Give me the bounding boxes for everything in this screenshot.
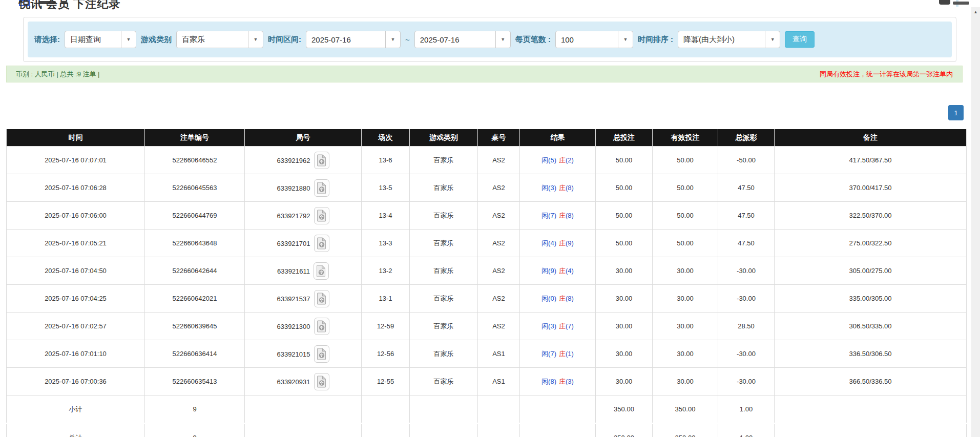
session-cell: 13-1 (362, 285, 410, 313)
date-to-select[interactable]: 2025-07-16 ▼ (414, 31, 511, 48)
vertical-scrollbar[interactable]: ▲ (971, 7, 980, 437)
video-replay-icon[interactable] (314, 373, 329, 390)
time-cell: 2025-07-16 07:05:21 (7, 230, 145, 257)
game-type-cell: 百家乐 (410, 313, 478, 340)
col-header-total-bet: 总投注 (596, 129, 653, 147)
total-bet-link[interactable]: 30.00 (596, 368, 653, 396)
game-type-select[interactable]: 百家乐 ▼ (176, 31, 263, 48)
page-size-select[interactable]: 100 ▼ (555, 31, 633, 48)
player-result: 闲(0) (541, 295, 556, 302)
banker-label: 庄 (559, 156, 566, 164)
currency-total-text: 币别 : 人民币 | 总共 :9 注单 | (16, 70, 100, 79)
search-button[interactable]: 查询 (785, 31, 815, 48)
session-cell: 13-4 (362, 202, 410, 230)
session-cell: 12-59 (362, 313, 410, 340)
chevron-down-icon: ▼ (765, 31, 780, 48)
pagination: 1 (948, 105, 964, 120)
banker-result: (8) (566, 184, 574, 192)
table-row: 2025-07-16 07:07:01 522660646552 6339219… (7, 147, 967, 174)
table-footer: 小计 9 350.00 350.00 1.00 总计 9 350.00 350.… (7, 396, 967, 437)
date-from-value: 2025-07-16 (306, 35, 385, 44)
col-header-payout: 总派彩 (718, 129, 775, 147)
total-bet-link[interactable]: 30.00 (596, 313, 653, 340)
round-id: 633921300 (277, 322, 310, 330)
summary-valid-bet: 350.00 (653, 424, 718, 437)
total-bet-link[interactable]: 30.00 (596, 257, 653, 285)
result-cell: 闲(0)庄(8) (520, 285, 596, 313)
round-id: 633920931 (277, 378, 310, 385)
filter-panel: 请选择: 日期查询 ▼ 游戏类别 百家乐 ▼ 时间区间: 2025-07-16 … (23, 17, 956, 62)
valid-bet-cell: 50.00 (653, 174, 718, 202)
player-result: 闲(7) (541, 212, 556, 219)
chevron-down-icon: ▼ (495, 31, 510, 48)
summary-bar: 币别 : 人民币 | 总共 :9 注单 | 同局有效投注，统一计算在该局第一张注… (6, 66, 963, 82)
session-cell: 13-6 (362, 147, 410, 174)
time-cell: 2025-07-16 07:00:36 (7, 368, 145, 396)
round-id: 633921701 (277, 239, 310, 247)
total-bet-link[interactable]: 50.00 (596, 174, 653, 202)
scroll-up-arrow-icon[interactable]: ▲ (971, 7, 980, 16)
table-row: 2025-07-16 07:00:36 522660635413 6339209… (7, 368, 967, 396)
sort-select[interactable]: 降冪(由大到小) ▼ (678, 31, 780, 48)
payout-cell: -30.00 (718, 257, 775, 285)
total-bet-link[interactable]: 30.00 (596, 285, 653, 313)
video-replay-icon[interactable] (314, 152, 329, 169)
table-no-cell: AS1 (478, 340, 520, 368)
chevron-down-icon: ▼ (248, 31, 263, 48)
date-from-select[interactable]: 2025-07-16 ▼ (306, 31, 401, 48)
banker-result: (1) (566, 350, 574, 358)
page-size-label: 每页笔数 : (515, 35, 551, 45)
table-no-cell: AS2 (478, 257, 520, 285)
summary-payout: 1.00 (718, 396, 775, 424)
video-replay-icon[interactable] (314, 179, 329, 197)
table-row: 2025-07-16 07:02:57 522660639645 6339213… (7, 313, 967, 340)
banker-label: 庄 (559, 212, 566, 219)
total-bet-link[interactable]: 30.00 (596, 340, 653, 368)
valid-bet-cell: 30.00 (653, 313, 718, 340)
total-bet-link[interactable]: 50.00 (596, 230, 653, 257)
page-button-1[interactable]: 1 (948, 105, 964, 120)
player-result: 闲(9) (541, 267, 556, 275)
result-cell: 闲(8)庄(3) (520, 368, 596, 396)
game-type-cell: 百家乐 (410, 230, 478, 257)
query-type-select[interactable]: 日期查询 ▼ (65, 31, 136, 48)
page: 悦讯 会员 下注纪录 请选择: 日期查询 ▼ 游戏类别 百家乐 ▼ 时间区间: … (0, 0, 980, 437)
col-header-game-type: 游戏类别 (410, 129, 478, 147)
summary-valid-bet: 350.00 (653, 396, 718, 424)
col-header-remark: 备注 (775, 129, 967, 147)
bet-id-cell: 522660639645 (145, 313, 245, 340)
video-replay-icon[interactable] (314, 207, 329, 224)
video-replay-icon[interactable] (314, 345, 329, 363)
summary-count: 9 (145, 424, 245, 437)
round-id: 633921611 (277, 267, 310, 275)
col-header-bet-id: 注单编号 (145, 129, 245, 147)
total-bet-link[interactable]: 50.00 (596, 147, 653, 174)
col-header-result: 结果 (520, 129, 596, 147)
video-replay-icon[interactable] (314, 290, 329, 307)
time-range-label: 时间区间: (268, 35, 301, 45)
table-no-cell: AS2 (478, 230, 520, 257)
video-replay-icon[interactable] (314, 262, 329, 280)
payout-cell: -30.00 (718, 285, 775, 313)
result-cell: 闲(9)庄(4) (520, 257, 596, 285)
player-result: 闲(7) (541, 350, 556, 358)
player-result: 闲(8) (541, 378, 556, 385)
valid-bet-cell: 50.00 (653, 230, 718, 257)
round-id-cell: 633921792 (245, 202, 362, 230)
total-bet-link[interactable]: 50.00 (596, 202, 653, 230)
video-replay-icon[interactable] (314, 318, 329, 335)
query-type-value: 日期查询 (65, 35, 121, 45)
table-row: 2025-07-16 07:06:28 522660645563 6339218… (7, 174, 967, 202)
banker-result: (4) (566, 267, 574, 275)
round-id-cell: 633921300 (245, 313, 362, 340)
clipped-toolbar-icon[interactable] (939, 0, 950, 5)
table-no-cell: AS1 (478, 368, 520, 396)
time-cell: 2025-07-16 07:07:01 (7, 147, 145, 174)
col-header-valid-bet: 有效投注 (653, 129, 718, 147)
time-cell: 2025-07-16 07:04:25 (7, 285, 145, 313)
bet-id-cell: 522660644769 (145, 202, 245, 230)
session-cell: 13-5 (362, 174, 410, 202)
bet-id-cell: 522660643648 (145, 230, 245, 257)
video-replay-icon[interactable] (314, 235, 329, 252)
time-cell: 2025-07-16 07:02:57 (7, 313, 145, 340)
